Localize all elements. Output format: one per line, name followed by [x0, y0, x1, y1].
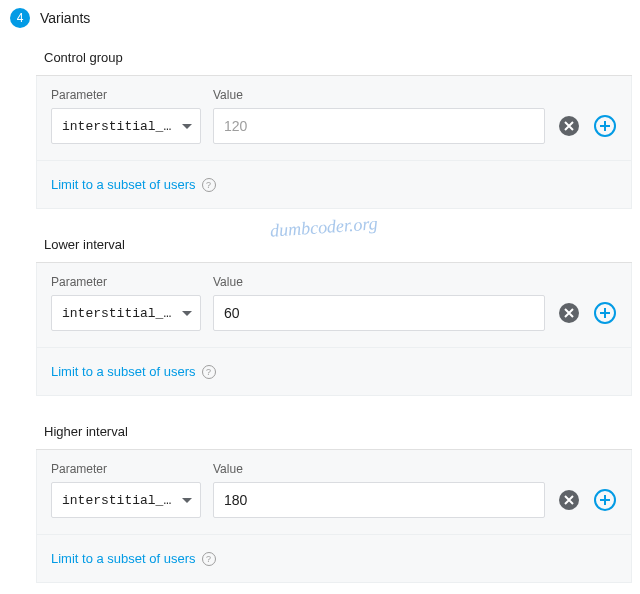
close-icon	[559, 116, 579, 136]
plus-icon	[594, 489, 616, 511]
limit-subset-link[interactable]: Limit to a subset of users	[51, 177, 196, 192]
add-parameter-button[interactable]	[593, 114, 617, 138]
close-icon	[559, 490, 579, 510]
parameter-select-value: interstitial_i…	[62, 119, 176, 134]
parameter-label: Parameter	[51, 88, 201, 102]
chevron-down-icon	[182, 124, 192, 129]
help-icon[interactable]: ?	[202, 365, 216, 379]
limit-subset-link[interactable]: Limit to a subset of users	[51, 364, 196, 379]
variant-title: Lower interval	[36, 225, 632, 263]
value-label: Value	[213, 88, 617, 102]
help-icon[interactable]: ?	[202, 178, 216, 192]
variant-title: Control group	[36, 38, 632, 76]
value-input[interactable]	[213, 108, 545, 144]
remove-button[interactable]	[557, 114, 581, 138]
remove-button[interactable]	[557, 488, 581, 512]
value-input[interactable]	[213, 482, 545, 518]
variant-card: Parameter Value interstitial_i…	[36, 76, 632, 209]
chevron-down-icon	[182, 498, 192, 503]
chevron-down-icon	[182, 311, 192, 316]
parameter-select-value: interstitial_i…	[62, 306, 176, 321]
parameter-label: Parameter	[51, 275, 201, 289]
close-icon	[559, 303, 579, 323]
plus-icon	[594, 115, 616, 137]
parameter-select[interactable]: interstitial_i…	[51, 295, 201, 331]
parameter-label: Parameter	[51, 462, 201, 476]
variant-title: Higher interval	[36, 412, 632, 450]
limit-subset-link[interactable]: Limit to a subset of users	[51, 551, 196, 566]
parameter-select-value: interstitial_i…	[62, 493, 176, 508]
parameter-select[interactable]: interstitial_i…	[51, 108, 201, 144]
remove-button[interactable]	[557, 301, 581, 325]
step-number-badge: 4	[10, 8, 30, 28]
step-title: Variants	[40, 10, 90, 26]
parameter-select[interactable]: interstitial_i…	[51, 482, 201, 518]
value-label: Value	[213, 462, 617, 476]
step-header: 4 Variants	[0, 8, 640, 38]
add-parameter-button[interactable]	[593, 301, 617, 325]
add-parameter-button[interactable]	[593, 488, 617, 512]
variant-card: Parameter Value interstitial_i…	[36, 263, 632, 396]
value-input[interactable]	[213, 295, 545, 331]
plus-icon	[594, 302, 616, 324]
help-icon[interactable]: ?	[202, 552, 216, 566]
value-label: Value	[213, 275, 617, 289]
variant-card: Parameter Value interstitial_i…	[36, 450, 632, 583]
